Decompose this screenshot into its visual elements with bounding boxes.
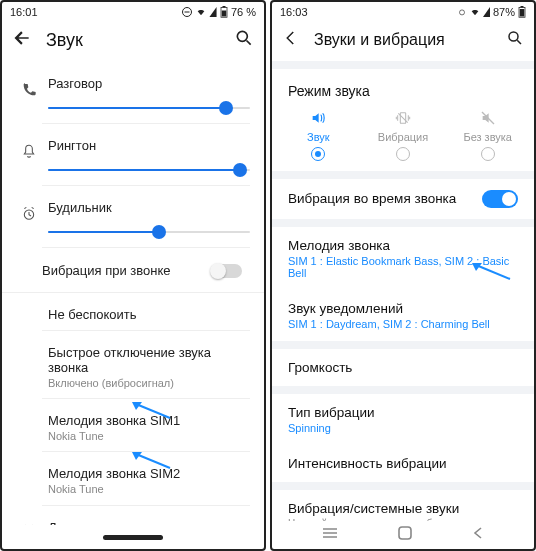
radio-mute[interactable] [481, 147, 495, 161]
alarm-icon [457, 7, 467, 17]
vibrate-while-ring-label: Вибрация во время звонка [288, 191, 456, 206]
back-button[interactable] [282, 29, 300, 51]
header: Звуки и вибрация [272, 23, 534, 61]
row-ringtone-sim2[interactable]: Мелодия звонка SIM2 Nokia Tune [2, 452, 264, 505]
search-icon [234, 28, 254, 48]
alarm-icon [16, 186, 42, 222]
quick-mute-sub: Включено (вибросигнал) [48, 377, 250, 390]
svg-rect-14 [521, 6, 524, 8]
row-volume[interactable]: Громкость [272, 349, 534, 386]
nav-recents[interactable] [321, 526, 339, 544]
ringtone-sim2-title: Мелодия звонка SIM2 [48, 466, 250, 481]
search-button[interactable] [234, 28, 254, 52]
notif-sub: SIM 1 : Daydream, SIM 2 : Charming Bell [288, 318, 518, 330]
talk-volume-slider[interactable] [48, 101, 250, 115]
content: Режим звука Звук Вибрация Без звука Вибр… [272, 61, 534, 521]
svg-rect-4 [222, 11, 227, 17]
alarm-volume-label: Будильник [48, 200, 250, 215]
status-bar: 16:03 87% [272, 2, 534, 23]
sound-mode-group: Звук Вибрация Без звука [272, 109, 534, 171]
talk-volume: Разговор [42, 62, 250, 124]
mode-sound[interactable]: Звук [276, 109, 361, 161]
radio-sound[interactable] [311, 147, 325, 161]
nav-home-pill[interactable] [103, 535, 163, 540]
back-button[interactable] [12, 28, 32, 52]
chevron-left-icon [282, 29, 300, 47]
row-more[interactable]: Дополнительно Звук уведомления по умолча… [2, 506, 264, 526]
mode-mute[interactable]: Без звука [445, 109, 530, 161]
row-vibrate-while-ring[interactable]: Вибрация во время звонка [272, 179, 534, 219]
left-phone: 16:01 76 % Звук Разговор [0, 0, 266, 551]
status-bar: 16:01 76 % [2, 2, 264, 22]
nav-home[interactable] [397, 525, 413, 545]
status-right: 87% [457, 6, 526, 18]
mode-mute-label: Без звука [463, 131, 512, 143]
arrow-left-icon [12, 28, 32, 48]
search-button[interactable] [506, 29, 524, 51]
ringtone-title: Мелодия звонка [288, 238, 518, 253]
status-time: 16:03 [280, 6, 308, 18]
battery-icon [220, 6, 228, 18]
dnd-icon [181, 6, 193, 18]
status-time: 16:01 [10, 6, 38, 18]
status-battery-pct: 87% [493, 6, 515, 18]
vibrate-while-ring-toggle[interactable] [482, 190, 518, 208]
status-battery-pct: 76 % [231, 6, 256, 18]
vibtype-sub: Spinning [288, 422, 518, 434]
vibrate-icon [393, 109, 413, 127]
dnd-title: Не беспокоить [48, 307, 250, 322]
ringtone-sub: SIM 1 : Elastic Bookmark Bass, SIM 2 : B… [288, 255, 518, 279]
ringtone-sim1-title: Мелодия звонка SIM1 [48, 413, 250, 428]
ringtone-sim2-sub: Nokia Tune [48, 483, 250, 496]
content: Разговор Рингтон Будил [2, 62, 264, 525]
ringtone-volume-label: Рингтон [48, 138, 250, 153]
sound-mode-heading: Режим звука [272, 69, 534, 109]
mode-sound-label: Звук [307, 131, 330, 143]
vibtype-title: Тип вибрации [288, 405, 518, 420]
mute-icon [478, 109, 498, 127]
row-dnd[interactable]: Не беспокоить [2, 293, 264, 331]
signal-icon [209, 7, 217, 17]
alarm-volume: Будильник [42, 186, 250, 248]
mode-vibrate-label: Вибрация [378, 131, 428, 143]
svg-rect-3 [222, 6, 225, 8]
row-vibration-intensity[interactable]: Интенсивность вибрации [272, 445, 534, 482]
row-notification-sound[interactable]: Звук уведомлений SIM 1 : Daydream, SIM 2… [272, 290, 534, 341]
row-system-sounds[interactable]: Вибрация/системные звуки Настройка звуко… [272, 490, 534, 521]
nav-bar [272, 521, 534, 549]
quick-mute-title: Быстрое отключение звука звонка [48, 345, 250, 375]
page-title: Звуки и вибрация [314, 31, 445, 49]
ringtone-volume-slider[interactable] [48, 163, 250, 177]
row-ringtone-volume: Рингтон [2, 124, 264, 186]
row-vibrate-on-call[interactable]: Вибрация при звонке [2, 248, 264, 293]
mode-vibrate[interactable]: Вибрация [361, 109, 446, 161]
row-talk-volume: Разговор [2, 62, 264, 124]
nav-bar [2, 525, 264, 549]
status-right: 76 % [181, 6, 256, 18]
search-icon [506, 29, 524, 47]
row-ringtone-sim1[interactable]: Мелодия звонка SIM1 Nokia Tune [2, 399, 264, 452]
svg-line-19 [398, 113, 407, 122]
wifi-icon [470, 7, 480, 17]
vibint-title: Интенсивность вибрации [288, 456, 518, 471]
row-quick-mute[interactable]: Быстрое отключение звука звонка Включено… [2, 331, 264, 399]
talk-volume-label: Разговор [48, 76, 250, 91]
page-title: Звук [46, 30, 83, 51]
vibrate-on-call-label: Вибрация при звонке [42, 263, 171, 278]
nav-back[interactable] [471, 526, 485, 544]
svg-rect-15 [520, 9, 525, 17]
radio-vibrate[interactable] [396, 147, 410, 161]
ringtone-volume: Рингтон [42, 124, 250, 186]
svg-point-5 [237, 31, 247, 41]
battery-icon [518, 6, 526, 18]
alarm-volume-slider[interactable] [48, 225, 250, 239]
header: Звук [2, 22, 264, 62]
row-vibration-type[interactable]: Тип вибрации Spinning [272, 394, 534, 445]
volume-title: Громкость [288, 360, 518, 375]
wifi-icon [196, 7, 206, 17]
row-ringtone[interactable]: Мелодия звонка SIM 1 : Elastic Bookmark … [272, 227, 534, 290]
svg-point-16 [509, 32, 518, 41]
volume-icon [308, 109, 328, 127]
ringtone-sim1-sub: Nokia Tune [48, 430, 250, 443]
vibrate-on-call-switch[interactable] [212, 264, 242, 278]
